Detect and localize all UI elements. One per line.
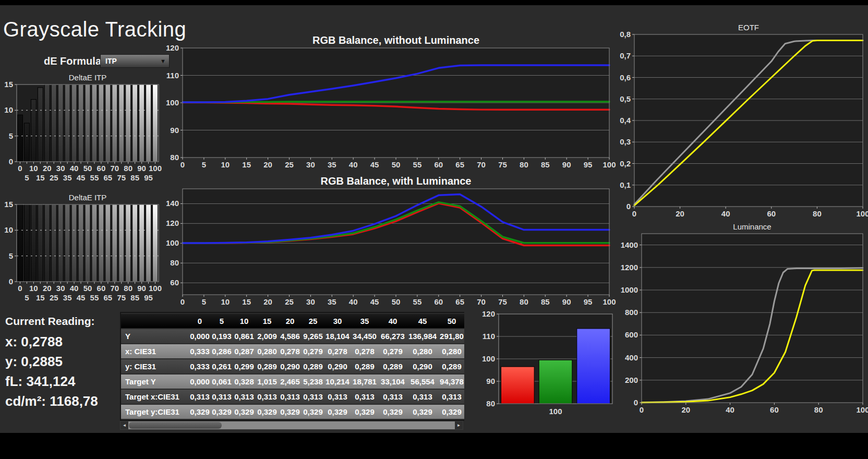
svg-text:70: 70: [110, 284, 119, 293]
svg-text:65: 65: [455, 297, 464, 306]
svg-text:0: 0: [9, 157, 13, 166]
table-row-label: Target x:CIE31: [121, 390, 189, 404]
table-cell: 0,313: [211, 390, 233, 404]
current-reading-label: Current Reading:: [5, 315, 125, 328]
svg-text:80: 80: [124, 284, 132, 293]
table-cell: 0,289: [351, 359, 379, 373]
table-cell: 0,279: [379, 344, 407, 358]
rgb-balance-without-luminance-chart: RGB Balance, without Luminance8090100110…: [156, 30, 616, 179]
table-cell: 0,313: [256, 390, 279, 404]
svg-text:25: 25: [50, 293, 58, 302]
table-cell: 0,278: [279, 344, 302, 358]
table-horizontal-scrollbar[interactable]: ◄ ►: [120, 421, 463, 430]
table-cell: 0,333: [189, 359, 211, 373]
table-cell: 0,261: [211, 359, 233, 373]
svg-text:0,3: 0,3: [620, 137, 631, 146]
svg-text:100: 100: [602, 160, 616, 169]
svg-text:400: 400: [625, 353, 638, 362]
svg-text:50: 50: [392, 160, 401, 169]
svg-text:0: 0: [634, 398, 638, 407]
svg-text:110: 110: [166, 71, 179, 80]
table-cell: 0,313: [351, 390, 379, 404]
svg-text:90: 90: [486, 377, 495, 385]
svg-text:20: 20: [681, 405, 690, 414]
measurement-table-container: 05101520253035404550Y0,0000,1930,8612,00…: [120, 312, 464, 433]
svg-text:80: 80: [486, 399, 495, 408]
table-cell: 0,289: [256, 359, 279, 373]
svg-text:90: 90: [170, 126, 179, 135]
svg-text:0,7: 0,7: [620, 51, 631, 60]
table-column-header: 10: [233, 314, 256, 328]
table-cell: 0,313: [233, 390, 256, 404]
table-column-header: 35: [351, 314, 379, 328]
table-cell: 0,329: [189, 405, 211, 419]
svg-text:15: 15: [242, 160, 251, 169]
svg-text:40: 40: [349, 297, 358, 306]
table-cell: 0,329: [211, 405, 233, 419]
svg-text:0,6: 0,6: [620, 73, 631, 82]
svg-text:45: 45: [77, 173, 86, 182]
table-cell: 0,278: [351, 344, 379, 358]
eotf-chart: EOTF00,10,20,30,40,50,60,70,802040608010…: [617, 22, 868, 220]
table-cell: 9,265: [302, 329, 324, 343]
table-cell: 0,313: [407, 390, 438, 404]
svg-text:85: 85: [541, 160, 550, 169]
svg-text:0: 0: [18, 164, 22, 173]
svg-text:15: 15: [4, 80, 13, 89]
svg-text:55: 55: [90, 293, 99, 302]
table-cell: 18,104: [324, 329, 351, 343]
table-cell: 0,000: [189, 329, 211, 343]
table-row: y: CIE310,3330,2610,2990,2890,2900,2890,…: [121, 359, 464, 373]
svg-text:50: 50: [392, 297, 401, 306]
current-reading-x: x: 0,2788: [5, 332, 125, 352]
svg-text:90: 90: [562, 160, 571, 169]
scrollbar-right-arrow-icon[interactable]: ►: [455, 421, 463, 429]
table-row-label: Y: [121, 329, 189, 343]
svg-text:0: 0: [640, 405, 644, 414]
table-cell: 0,280: [438, 344, 464, 358]
svg-text:35: 35: [328, 160, 336, 169]
svg-text:1200: 1200: [621, 263, 638, 272]
svg-text:15: 15: [36, 173, 45, 182]
svg-text:100: 100: [602, 297, 616, 306]
svg-text:35: 35: [328, 297, 336, 306]
svg-text:25: 25: [285, 297, 294, 306]
svg-text:60: 60: [434, 160, 443, 169]
svg-text:140: 140: [166, 199, 179, 208]
svg-text:0,5: 0,5: [620, 94, 631, 103]
svg-text:65: 65: [455, 160, 464, 169]
svg-text:35: 35: [63, 293, 72, 302]
svg-text:40: 40: [721, 209, 730, 218]
svg-text:10: 10: [221, 297, 230, 306]
table-cell: 0,061: [211, 375, 233, 389]
table-column-header: 30: [324, 314, 351, 328]
svg-text:85: 85: [130, 173, 139, 182]
svg-text:75: 75: [498, 160, 507, 169]
table-row-label: Target y:CIE31: [121, 405, 189, 419]
table-cell: 0,280: [407, 344, 438, 358]
table-cell: 2,465: [279, 375, 302, 389]
svg-text:20: 20: [43, 284, 52, 293]
table-cell: 0,329: [379, 405, 407, 419]
table-column-header: 40: [379, 314, 407, 328]
svg-text:200: 200: [625, 376, 638, 384]
table-cell: 0,000: [189, 375, 211, 389]
svg-text:RGB Balance, with Luminance: RGB Balance, with Luminance: [321, 175, 472, 187]
rgb-balance-with-luminance-chart: RGB Balance, with Luminance6080100120140…: [156, 172, 616, 309]
svg-text:120: 120: [166, 43, 179, 52]
table-cell: 0,329: [302, 405, 324, 419]
svg-text:60: 60: [767, 209, 776, 218]
scrollbar-left-arrow-icon[interactable]: ◄: [120, 421, 128, 429]
table-row: x: CIE310,3330,2860,2870,2800,2780,2790,…: [121, 344, 464, 358]
grayscale-tracking-screen: { "page": { "title": "Grayscale Tracking…: [0, 0, 868, 459]
svg-text:20: 20: [263, 160, 272, 169]
svg-text:EOTF: EOTF: [738, 23, 759, 32]
table-cell: 18,781: [351, 375, 379, 389]
scrollbar-thumb[interactable]: [129, 422, 222, 429]
table-cell: 33,104: [379, 375, 407, 389]
svg-text:75: 75: [117, 293, 126, 302]
table-row-label: x: CIE31: [121, 344, 189, 358]
table-cell: 0,333: [189, 344, 211, 358]
svg-text:10: 10: [29, 284, 38, 293]
svg-text:0: 0: [626, 202, 631, 211]
